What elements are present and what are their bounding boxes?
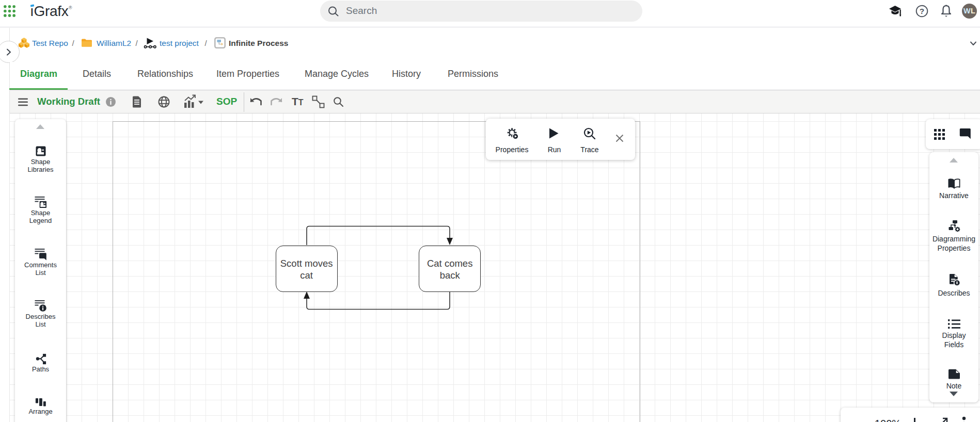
svg-text:?: ?	[920, 7, 924, 15]
